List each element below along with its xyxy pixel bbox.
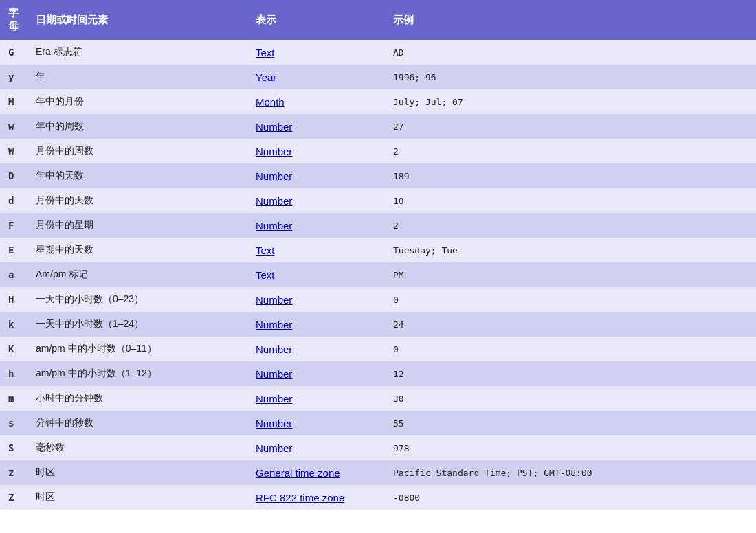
cell-presentation[interactable]: Number — [247, 337, 385, 361]
cell-presentation[interactable]: General time zone — [247, 460, 385, 485]
cell-description: am/pm 中的小时数（1–12） — [27, 361, 247, 386]
cell-letter: h — [0, 361, 27, 386]
cell-letter: y — [0, 65, 27, 89]
cell-presentation[interactable]: Number — [247, 163, 385, 188]
cell-presentation[interactable]: Year — [247, 65, 385, 89]
cell-letter: K — [0, 337, 27, 361]
cell-presentation[interactable]: Number — [247, 411, 385, 435]
cell-description: Am/pm 标记 — [27, 262, 247, 287]
cell-presentation[interactable]: RFC 822 time zone — [247, 485, 385, 510]
cell-description: Era 标志符 — [27, 40, 247, 65]
cell-letter: E — [0, 238, 27, 262]
cell-presentation[interactable]: Number — [247, 386, 385, 411]
table-row: m小时中的分钟数Number30 — [0, 386, 756, 411]
cell-letter: z — [0, 460, 27, 485]
table-row: Z时区RFC 822 time zone-0800 — [0, 485, 756, 510]
cell-example: 978 — [385, 435, 756, 460]
cell-example: 2 — [385, 139, 756, 163]
cell-presentation[interactable]: Number — [247, 287, 385, 312]
cell-description: 星期中的天数 — [27, 238, 247, 262]
table-row: D年中的天数Number189 — [0, 163, 756, 188]
header-description: 日期或时间元素 — [27, 0, 247, 40]
cell-description: 时区 — [27, 460, 247, 485]
cell-description: 年 — [27, 65, 247, 89]
cell-letter: H — [0, 287, 27, 312]
cell-example: 1996; 96 — [385, 65, 756, 89]
cell-letter: M — [0, 89, 27, 114]
cell-letter: w — [0, 114, 27, 139]
table-row: F月份中的星期Number2 — [0, 213, 756, 238]
cell-presentation[interactable]: Text — [247, 262, 385, 287]
cell-example: 189 — [385, 163, 756, 188]
cell-example: Tuesday; Tue — [385, 238, 756, 262]
cell-presentation[interactable]: Number — [247, 213, 385, 238]
table-row: w年中的周数Number27 — [0, 114, 756, 139]
table-row: S毫秒数Number978 — [0, 435, 756, 460]
cell-letter: S — [0, 435, 27, 460]
cell-example: Pacific Standard Time; PST; GMT-08:00 — [385, 460, 756, 485]
cell-letter: D — [0, 163, 27, 188]
table-row: ham/pm 中的小时数（1–12）Number12 — [0, 361, 756, 386]
table-row: k一天中的小时数（1–24）Number24 — [0, 312, 756, 337]
header-presentation: 表示 — [247, 0, 385, 40]
cell-description: 一天中的小时数（0–23） — [27, 287, 247, 312]
table-row: E星期中的天数TextTuesday; Tue — [0, 238, 756, 262]
cell-letter: s — [0, 411, 27, 435]
table-row: M年中的月份MonthJuly; Jul; 07 — [0, 89, 756, 114]
date-format-table: 字母 日期或时间元素 表示 示例 GEra 标志符TextADy年Year199… — [0, 0, 756, 510]
table-row: W月份中的周数Number2 — [0, 139, 756, 163]
cell-presentation[interactable]: Text — [247, 40, 385, 65]
header-example: 示例 — [385, 0, 756, 40]
cell-description: 月份中的星期 — [27, 213, 247, 238]
cell-presentation[interactable]: Number — [247, 312, 385, 337]
cell-presentation[interactable]: Number — [247, 139, 385, 163]
table-row: d月份中的天数Number10 — [0, 188, 756, 213]
cell-description: 一天中的小时数（1–24） — [27, 312, 247, 337]
cell-presentation[interactable]: Number — [247, 435, 385, 460]
cell-example: 12 — [385, 361, 756, 386]
cell-example: PM — [385, 262, 756, 287]
cell-presentation[interactable]: Number — [247, 114, 385, 139]
cell-letter: G — [0, 40, 27, 65]
cell-letter: W — [0, 139, 27, 163]
cell-letter: a — [0, 262, 27, 287]
cell-example: AD — [385, 40, 756, 65]
table-header-row: 字母 日期或时间元素 表示 示例 — [0, 0, 756, 40]
cell-example: -0800 — [385, 485, 756, 510]
cell-description: 小时中的分钟数 — [27, 386, 247, 411]
cell-presentation[interactable]: Number — [247, 361, 385, 386]
cell-description: 月份中的周数 — [27, 139, 247, 163]
cell-example: 30 — [385, 386, 756, 411]
cell-example: 2 — [385, 213, 756, 238]
cell-presentation[interactable]: Text — [247, 238, 385, 262]
table-row: H一天中的小时数（0–23）Number0 — [0, 287, 756, 312]
cell-letter: k — [0, 312, 27, 337]
table-row: Kam/pm 中的小时数（0–11）Number0 — [0, 337, 756, 361]
cell-letter: F — [0, 213, 27, 238]
cell-example: 24 — [385, 312, 756, 337]
cell-description: 年中的月份 — [27, 89, 247, 114]
table-row: aAm/pm 标记TextPM — [0, 262, 756, 287]
cell-description: 月份中的天数 — [27, 188, 247, 213]
table-row: s分钟中的秒数Number55 — [0, 411, 756, 435]
cell-example: 0 — [385, 287, 756, 312]
cell-description: 毫秒数 — [27, 435, 247, 460]
cell-letter: m — [0, 386, 27, 411]
cell-example: 55 — [385, 411, 756, 435]
header-letter: 字母 — [0, 0, 27, 40]
cell-description: 时区 — [27, 485, 247, 510]
cell-description: am/pm 中的小时数（0–11） — [27, 337, 247, 361]
table-row: z时区General time zonePacific Standard Tim… — [0, 460, 756, 485]
cell-example: 0 — [385, 337, 756, 361]
cell-letter: d — [0, 188, 27, 213]
cell-presentation[interactable]: Number — [247, 188, 385, 213]
table-row: GEra 标志符TextAD — [0, 40, 756, 65]
cell-example: 27 — [385, 114, 756, 139]
cell-example: 10 — [385, 188, 756, 213]
cell-presentation[interactable]: Month — [247, 89, 385, 114]
cell-description: 年中的周数 — [27, 114, 247, 139]
cell-description: 分钟中的秒数 — [27, 411, 247, 435]
cell-example: July; Jul; 07 — [385, 89, 756, 114]
cell-description: 年中的天数 — [27, 163, 247, 188]
cell-letter: Z — [0, 485, 27, 510]
